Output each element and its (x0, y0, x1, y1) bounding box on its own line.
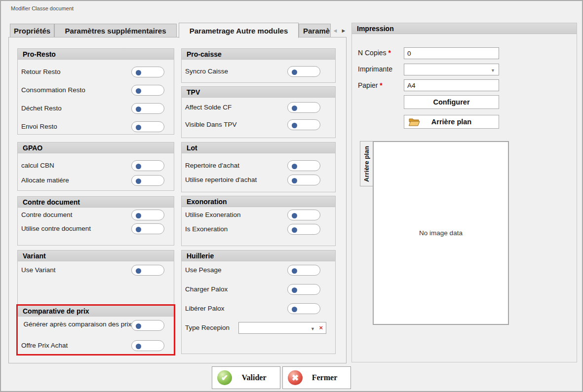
dropdown-arrow-icon[interactable]: ▼ (311, 326, 315, 331)
toggle-knob (292, 287, 297, 293)
toggle-utilise-exoneration[interactable] (287, 210, 320, 220)
tab-scroll-left-icon[interactable]: ◄ (332, 27, 339, 35)
toggle-knob (136, 70, 141, 75)
papier-input[interactable] (404, 79, 499, 91)
toggle-knob (292, 307, 297, 312)
row-label: Syncro Caisse (185, 66, 228, 77)
toggle-affect-solde-cf[interactable] (287, 102, 320, 113)
row-label: Repertoire d'achat (185, 160, 239, 171)
tab-truncated[interactable]: Paramè (299, 24, 331, 37)
group-title: Lot (182, 143, 335, 153)
group-gpao: GPAO calcul CBN Allocate matiére (17, 142, 174, 191)
group-tpv: TPV Affect Solde CF Visible Dans TPV (181, 86, 336, 138)
group-exonoration: Exonoration Utilise Exoneration Is Exone… (181, 196, 336, 246)
row-label: Charger Palox (185, 284, 228, 295)
row-label: calcul CBN (21, 160, 54, 171)
imprimante-label: Imprimante (358, 65, 392, 73)
row-label: Affect Solde CF (185, 102, 232, 113)
row-label: Générer après comparaison des prix (21, 318, 134, 329)
toggle-knob (292, 178, 297, 183)
toggle-visible-dans-tpv[interactable] (287, 119, 320, 130)
toggle-charger-palox[interactable] (287, 284, 320, 295)
toggle-liberer-palox[interactable] (287, 303, 320, 314)
toggle-use-variant[interactable] (131, 265, 164, 276)
toggle-allocate-matiere[interactable] (131, 175, 164, 186)
imprimante-select[interactable]: ▼ (404, 64, 499, 75)
tab-parametres-supplementaires[interactable]: Paramètres supplémentaires (54, 24, 177, 37)
row-label: Contre document (21, 210, 73, 220)
no-image-text: No image data (419, 229, 463, 237)
toggle-knob (136, 107, 141, 112)
toggle-contre-document[interactable] (131, 210, 164, 220)
dialog-modifier-classe-document: Modifier Classe document Propriétés Para… (0, 0, 583, 392)
fermer-button[interactable]: ✖ Fermer (282, 366, 351, 389)
group-huillerie: Huillerie Use Pesage Charger Palox Libér… (181, 250, 336, 354)
impression-panel: Impression N Copies * Imprimante ▼ Papie… (351, 23, 577, 362)
group-variant: Variant Use Variant (17, 250, 174, 306)
toggle-knob (136, 227, 141, 232)
toggle-knob (292, 106, 297, 111)
label-text: Papier (358, 81, 378, 89)
row-label: Déchet Resto (21, 103, 62, 114)
toggle-knob (292, 70, 297, 75)
n-copies-input[interactable] (404, 47, 499, 59)
impression-title: Impression (352, 23, 577, 34)
toggle-utilise-contre-document[interactable] (131, 223, 164, 234)
label-text: N Copies (358, 49, 387, 57)
row-label: Visible Dans TPV (185, 119, 237, 130)
group-title: Comparative de prix (18, 306, 174, 317)
group-title: Contre document (18, 197, 174, 208)
row-label: Envoi Resto (21, 121, 57, 132)
toggle-knob (292, 227, 297, 233)
button-label: Fermer (303, 373, 347, 382)
toggle-consommation-resto[interactable] (131, 85, 164, 96)
toggle-syncro-caisse[interactable] (287, 66, 320, 77)
group-title: Pro-caisse (182, 49, 335, 60)
toggle-knob (136, 88, 141, 94)
required-asterisk: * (380, 81, 382, 89)
tab-proprietes[interactable]: Propriétés (10, 24, 54, 37)
toggle-knob (292, 213, 297, 218)
row-label: Use Variant (21, 265, 56, 276)
row-label: Libérer Palox (185, 303, 225, 314)
toggle-offre-prix-achat[interactable] (131, 340, 164, 351)
tab-parametrage-autre-modules[interactable]: Parametrage Autre modules (179, 23, 299, 38)
toggle-calcul-cbn[interactable] (131, 160, 164, 171)
tab-arriere-plan-vertical[interactable]: Arrière plan (360, 141, 373, 186)
papier-label: Papier * (358, 81, 383, 89)
n-copies-label: N Copies * (358, 49, 391, 57)
toggle-utilise-repertoire-achat[interactable] (287, 175, 320, 185)
row-label: Offre Prix Achat (21, 340, 68, 351)
row-label: Consommation Resto (21, 85, 85, 96)
toggle-knob (136, 323, 141, 329)
toggle-generer-apres-comparaison[interactable] (131, 320, 164, 331)
toggle-dechet-resto[interactable] (131, 103, 164, 114)
group-contre-document: Contre document Contre document Utilise … (17, 196, 174, 246)
row-label: Type Recepion (185, 322, 230, 334)
toggle-repertoire-achat[interactable] (287, 160, 320, 171)
configurer-button[interactable]: Configurer (404, 95, 499, 109)
label-text: Imprimante (358, 65, 392, 73)
group-lot: Lot Repertoire d'achat Utilise repertoir… (181, 142, 336, 192)
toggle-knob (136, 213, 141, 218)
toggle-knob (136, 178, 141, 184)
toggle-knob (136, 344, 141, 349)
arriere-plan-button[interactable]: Arrière plan (404, 115, 499, 129)
toggle-is-exoneration[interactable] (287, 224, 320, 235)
toggle-retour-resto[interactable] (131, 67, 164, 77)
tab-scroll-right-icon[interactable]: ► (340, 27, 347, 35)
type-recepion-select[interactable]: ▼ × (238, 322, 326, 334)
toggle-knob (292, 164, 297, 169)
row-label: Utilise contre document (21, 223, 91, 234)
toggle-envoi-resto[interactable] (131, 121, 164, 132)
toggle-use-pesage[interactable] (287, 265, 320, 276)
group-title: Huillerie (182, 250, 335, 261)
toggle-knob (292, 268, 297, 274)
clear-icon[interactable]: × (319, 324, 323, 331)
button-label: Configurer (433, 98, 469, 106)
group-pro-caisse: Pro-caisse Syncro Caisse (181, 48, 336, 83)
group-title: GPAO (18, 143, 174, 153)
dropdown-arrow-icon[interactable]: ▼ (491, 68, 495, 73)
valider-button[interactable]: ✔ Valider (212, 366, 280, 389)
group-title: Pro-Resto (18, 49, 174, 60)
